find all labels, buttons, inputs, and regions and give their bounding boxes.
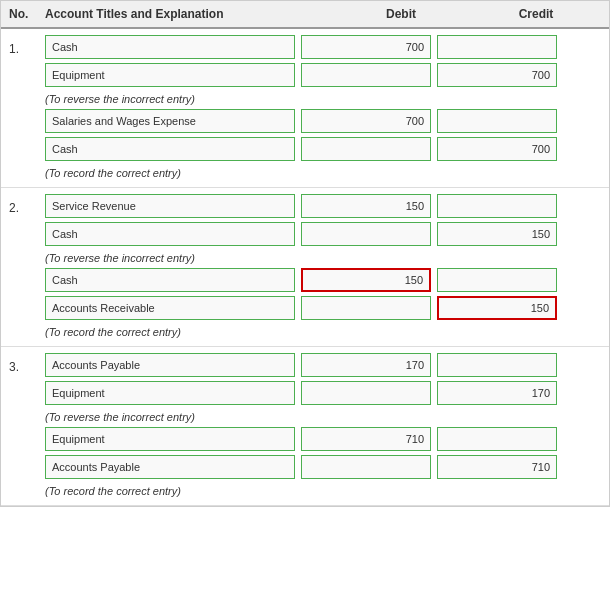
entry-number: 1. [9,38,45,56]
debit-input[interactable] [301,427,431,451]
debit-input[interactable] [301,296,431,320]
account-input[interactable] [45,137,295,161]
header-title: Account Titles and Explanation [45,7,331,21]
entry-group: 1.(To reverse the incorrect entry)(To re… [1,29,609,188]
debit-input[interactable] [301,63,431,87]
header-no: No. [9,7,45,21]
entry-row [9,109,601,133]
entry-row [9,296,601,320]
account-input[interactable] [45,353,295,377]
account-input[interactable] [45,194,295,218]
entry-number: 3. [9,356,45,374]
entry-row [9,137,601,161]
debit-input[interactable] [301,109,431,133]
entry-group: 2.(To reverse the incorrect entry)(To re… [1,188,609,347]
credit-input[interactable] [437,381,557,405]
entry-note2: (To record the correct entry) [9,324,601,342]
table-header: No. Account Titles and Explanation Debit… [1,1,609,29]
field-row [45,427,601,451]
debit-input[interactable] [301,35,431,59]
credit-input[interactable] [437,222,557,246]
header-debit: Debit [331,7,471,21]
entry-fields [45,137,601,161]
entry-fields [45,427,601,451]
entry-row [9,63,601,87]
credit-input[interactable] [437,268,557,292]
entry-fields [45,353,601,377]
account-input[interactable] [45,427,295,451]
entry-number: 2. [9,197,45,215]
debit-input[interactable] [301,455,431,479]
entry-note: (To reverse the incorrect entry) [9,91,601,109]
credit-input[interactable] [437,296,557,320]
account-input[interactable] [45,455,295,479]
entry-row [9,427,601,451]
field-row [45,381,601,405]
field-row [45,137,601,161]
field-row [45,109,601,133]
account-input[interactable] [45,222,295,246]
entry-row: 1. [9,35,601,59]
entry-note2: (To record the correct entry) [9,165,601,183]
entry-row [9,268,601,292]
entry-row [9,222,601,246]
entry-note2: (To record the correct entry) [9,483,601,501]
field-row [45,35,601,59]
header-credit: Credit [471,7,601,21]
entry-number [9,119,45,123]
account-input[interactable] [45,268,295,292]
account-input[interactable] [45,109,295,133]
account-input[interactable] [45,381,295,405]
entry-fields [45,381,601,405]
entry-fields [45,109,601,133]
account-input[interactable] [45,63,295,87]
entry-fields [45,222,601,246]
credit-input[interactable] [437,455,557,479]
debit-input[interactable] [301,353,431,377]
credit-input[interactable] [437,427,557,451]
entry-row [9,381,601,405]
field-row [45,268,601,292]
journal-table: No. Account Titles and Explanation Debit… [0,0,610,507]
debit-input[interactable] [301,137,431,161]
entry-fields [45,35,601,59]
field-row [45,353,601,377]
credit-input[interactable] [437,63,557,87]
debit-input[interactable] [301,268,431,292]
entry-fields [45,455,601,479]
entry-number [9,147,45,151]
account-input[interactable] [45,35,295,59]
entry-note: (To reverse the incorrect entry) [9,409,601,427]
credit-input[interactable] [437,35,557,59]
field-row [45,63,601,87]
entry-number [9,391,45,395]
entry-number [9,232,45,236]
debit-input[interactable] [301,222,431,246]
entry-row: 3. [9,353,601,377]
field-row [45,296,601,320]
debit-input[interactable] [301,381,431,405]
debit-input[interactable] [301,194,431,218]
entry-fields [45,63,601,87]
field-row [45,455,601,479]
entry-number [9,73,45,77]
entry-number [9,437,45,441]
entry-row [9,455,601,479]
field-row [45,222,601,246]
credit-input[interactable] [437,194,557,218]
entry-number [9,306,45,310]
entry-number [9,278,45,282]
credit-input[interactable] [437,353,557,377]
entry-note: (To reverse the incorrect entry) [9,250,601,268]
entry-group: 3.(To reverse the incorrect entry)(To re… [1,347,609,506]
entry-row: 2. [9,194,601,218]
entry-fields [45,194,601,218]
credit-input[interactable] [437,137,557,161]
field-row [45,194,601,218]
account-input[interactable] [45,296,295,320]
entries-container: 1.(To reverse the incorrect entry)(To re… [1,29,609,506]
entry-fields [45,296,601,320]
entry-fields [45,268,601,292]
credit-input[interactable] [437,109,557,133]
entry-number [9,465,45,469]
